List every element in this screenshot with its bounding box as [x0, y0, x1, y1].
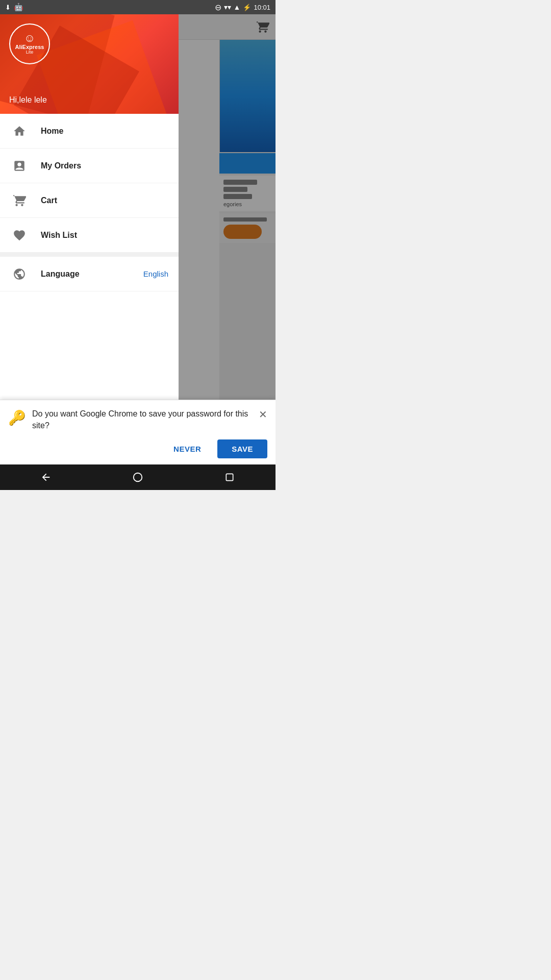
menu-item-home[interactable]: Home: [0, 114, 179, 149]
key-icon: 🔑: [8, 409, 26, 426]
drawer-username: Hi,lele lele: [9, 95, 47, 105]
android-nav-bar: [0, 464, 276, 490]
globe-icon: [10, 265, 29, 283]
cart-label: Cart: [41, 196, 57, 205]
clock: 10:01: [254, 4, 270, 11]
home-label: Home: [41, 127, 63, 136]
signal-icon: ▲: [234, 3, 241, 11]
logo-text-lite: Lite: [26, 50, 34, 55]
logo-smile-icon: ☺: [24, 33, 35, 44]
android-icon: 🤖: [14, 3, 23, 12]
prompt-close-icon[interactable]: ✕: [259, 408, 267, 421]
battery-icon: ⚡: [243, 4, 251, 11]
menu-item-my-orders[interactable]: My Orders: [0, 149, 179, 183]
language-value: English: [143, 270, 168, 278]
svg-rect-1: [226, 474, 233, 480]
language-label: Language: [41, 270, 80, 279]
wish-list-label: Wish List: [41, 231, 77, 240]
nav-drawer: ☺ AliExpress Lite Hi,lele lele Home My O…: [0, 14, 179, 464]
home-icon: [10, 122, 29, 140]
status-bar-left: ⬇ 🤖: [5, 3, 23, 12]
section-divider: [0, 253, 179, 257]
dnd-icon: ⊖: [215, 3, 221, 12]
download-icon: ⬇: [5, 4, 11, 11]
chrome-password-prompt: 🔑 Do you want Google Chrome to save your…: [0, 400, 276, 464]
wifi-icon: ▾▾: [224, 3, 231, 11]
prompt-buttons: NEVER SAVE: [8, 439, 267, 458]
back-button[interactable]: [36, 467, 56, 487]
save-button[interactable]: SAVE: [217, 439, 267, 458]
status-bar: ⬇ 🤖 ⊖ ▾▾ ▲ ⚡ 10:01: [0, 0, 276, 14]
menu-item-language[interactable]: Language English: [0, 257, 179, 291]
prompt-text: Do you want Google Chrome to save your p…: [32, 408, 253, 431]
svg-point-0: [134, 473, 142, 482]
status-bar-right: ⊖ ▾▾ ▲ ⚡ 10:01: [215, 3, 270, 12]
menu-item-wish-list[interactable]: Wish List: [0, 218, 179, 253]
menu-item-cart[interactable]: Cart: [0, 183, 179, 218]
never-button[interactable]: NEVER: [163, 439, 211, 458]
prompt-top-row: 🔑 Do you want Google Chrome to save your…: [8, 408, 267, 431]
orders-label: My Orders: [41, 161, 81, 170]
cart-drawer-icon: [10, 191, 29, 210]
heart-icon: [10, 226, 29, 244]
recents-button[interactable]: [219, 467, 240, 487]
aliexpress-logo: ☺ AliExpress Lite: [9, 23, 50, 64]
drawer-header: ☺ AliExpress Lite Hi,lele lele: [0, 14, 179, 114]
home-button[interactable]: [128, 467, 148, 487]
orders-icon: [10, 157, 29, 175]
